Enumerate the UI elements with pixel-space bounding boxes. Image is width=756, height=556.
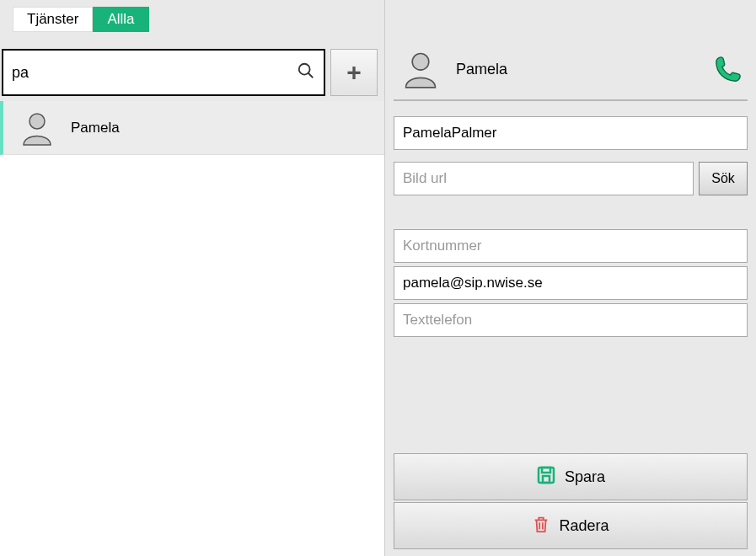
list-item[interactable]: Pamela [0,101,384,155]
svg-point-3 [412,53,429,70]
avatar-icon [400,49,441,89]
svg-point-2 [29,114,45,129]
app-root: Tjänster Allla + [0,0,756,556]
detail-panel: Pamela Sök [385,0,756,556]
avatar-icon [19,110,56,147]
image-url-field[interactable] [394,162,694,195]
search-image-button[interactable]: Sök [699,162,748,195]
sip-field[interactable] [394,266,748,300]
trash-icon [532,514,550,538]
image-url-row: Sök [394,162,748,195]
tab-bar: Tjänster Allla [0,0,384,32]
left-panel: Tjänster Allla + [0,0,385,556]
phone-icon[interactable] [714,55,743,83]
name-field[interactable] [394,116,748,150]
contact-list: Pamela [0,101,384,556]
contact-fields [394,229,748,337]
tab-all[interactable]: Allla [93,7,148,32]
delete-button[interactable]: Radera [394,502,748,549]
search-input[interactable] [2,49,325,96]
add-contact-button[interactable]: + [330,49,378,96]
save-button[interactable]: Spara [394,453,748,500]
short-number-field[interactable] [394,229,748,263]
detail-form: Sök [394,101,748,337]
save-icon [536,465,556,489]
save-label: Spara [565,468,605,486]
svg-rect-6 [543,476,550,483]
spacer [394,337,748,453]
delete-label: Radera [559,517,609,535]
spacer [394,195,748,229]
search-wrap [2,49,325,96]
contact-name: Pamela [71,120,120,136]
list-empty-area [0,155,384,556]
textphone-field[interactable] [394,303,748,337]
detail-header: Pamela [394,0,748,101]
svg-rect-5 [542,468,550,473]
tab-services[interactable]: Tjänster [13,7,93,32]
detail-title: Pamela [456,61,699,78]
search-row: + [0,32,384,101]
